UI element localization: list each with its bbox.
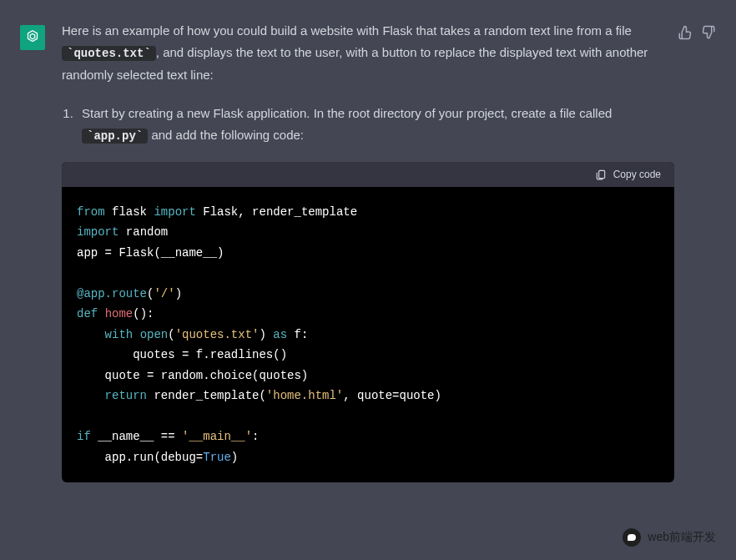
inline-code-apppy: `app.py` [82, 129, 148, 144]
assistant-avatar [20, 25, 45, 50]
clipboard-icon [595, 169, 607, 180]
step-1: Start by creating a new Flask applicatio… [77, 103, 674, 147]
copy-code-button[interactable]: Copy code [595, 169, 661, 180]
thumbs-down-button[interactable] [701, 25, 716, 40]
message-content: Here is an example of how you could buil… [62, 20, 716, 482]
intro-text-1: Here is an example of how you could buil… [62, 23, 632, 38]
thumbs-up-button[interactable] [678, 25, 693, 40]
openai-icon [23, 28, 42, 47]
steps-list: Start by creating a new Flask applicatio… [62, 103, 674, 147]
copy-code-label: Copy code [613, 169, 661, 180]
thumbs-down-icon [701, 25, 716, 40]
code-block: Copy code from flask import Flask, rende… [62, 162, 674, 483]
wechat-icon [623, 528, 641, 547]
thumbs-up-icon [678, 25, 693, 40]
footer-attribution: web前端开发 [623, 528, 716, 547]
step-1-text-1: Start by creating a new Flask applicatio… [82, 106, 612, 120]
inline-code-quotes: `quotes.txt` [62, 46, 156, 61]
footer-label: web前端开发 [648, 530, 716, 545]
intro-paragraph: Here is an example of how you could buil… [62, 20, 674, 86]
svg-rect-0 [598, 170, 604, 178]
assistant-message: Here is an example of how you could buil… [0, 0, 736, 560]
code-header: Copy code [62, 162, 674, 187]
feedback-buttons [678, 25, 716, 40]
step-1-text-2: and add the following code: [148, 128, 304, 142]
code-body: from flask import Flask, render_template… [62, 187, 674, 483]
